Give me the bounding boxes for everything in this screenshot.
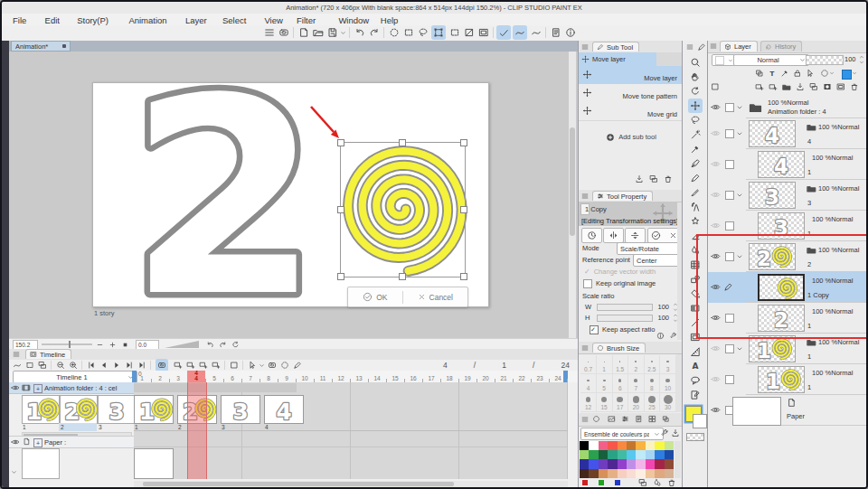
layer-action-4-icon[interactable] (809, 82, 818, 91)
canvas-vscroll-thumb[interactable] (570, 127, 575, 236)
cs-dropper-icon[interactable] (653, 478, 662, 487)
menu-item-animation[interactable]: Animation (128, 15, 166, 25)
animation-track-header[interactable]: +Animation folder : 4 : cel (9, 382, 134, 394)
swatch[interactable] (665, 459, 674, 468)
swatch[interactable] (599, 441, 608, 450)
swatch[interactable] (580, 469, 589, 478)
paper-layer-icon[interactable] (787, 398, 797, 408)
brush-size-cell[interactable]: 12 (580, 393, 597, 412)
brush-size-cell[interactable]: 4 (580, 374, 597, 393)
layer-visibility-icon[interactable] (711, 343, 721, 353)
zoom-slider-thumb[interactable] (69, 341, 71, 348)
ok-button[interactable]: OK (348, 287, 402, 306)
tool-hand-icon[interactable] (690, 71, 701, 82)
blend-mode-dropdown[interactable]: Normal (733, 54, 809, 66)
layer-checkbox[interactable] (725, 103, 734, 112)
paper-eye-icon[interactable] (11, 437, 20, 447)
tp-slider[interactable] (597, 315, 653, 322)
track-expand-box[interactable]: + (33, 384, 42, 393)
tp-flipv-button[interactable] (625, 228, 646, 243)
panel-menu-icon[interactable] (581, 344, 589, 352)
layer-expand-icon[interactable] (736, 345, 743, 353)
zoom-reset-button[interactable] (121, 341, 129, 349)
transform-handle[interactable] (337, 273, 344, 280)
cs-menu-icon[interactable] (581, 416, 589, 423)
swatch[interactable] (589, 459, 598, 468)
swatch[interactable] (665, 450, 674, 459)
panel-tab[interactable]: Sub Tool (592, 42, 639, 52)
brush-size-cell[interactable]: 7 (628, 374, 645, 393)
toolbar-curve-icon[interactable] (531, 27, 542, 38)
toolbar-shade-icon[interactable] (464, 27, 475, 38)
ruler-current-frame[interactable]: 44 (187, 371, 205, 382)
brush-size-cell[interactable]: 15 (597, 393, 613, 412)
marker-swatch[interactable] (582, 480, 588, 485)
transparent-color-swatch[interactable] (686, 433, 704, 441)
timeline-cel-thumb[interactable]: 4 (264, 395, 304, 424)
layer-clipt-icon[interactable] (755, 69, 764, 78)
cs-import-icon[interactable] (671, 428, 680, 437)
cs-sliderst-icon[interactable] (621, 415, 629, 423)
swatch-scrollbar[interactable] (675, 441, 681, 478)
toolbar-curve-icon[interactable] (514, 27, 525, 38)
swatch[interactable] (636, 450, 645, 459)
toolbar-framet-icon[interactable] (478, 27, 489, 38)
header-cel-thumb[interactable]: 3 (98, 395, 136, 424)
tl-rectsel-icon[interactable] (25, 361, 34, 370)
layer-row[interactable]: 100 %NormalAnimation folder : 4 (708, 97, 866, 118)
layer-lockt-icon[interactable] (793, 69, 802, 78)
tool-pencil-icon[interactable] (690, 173, 701, 183)
brush-size-cell[interactable]: 20 (628, 393, 645, 412)
delete-sub-tool-icon[interactable] (664, 174, 673, 183)
toolbar-save-icon[interactable] (327, 27, 338, 38)
toolbar-pagei-icon[interactable] (551, 27, 561, 38)
paper-icon[interactable] (23, 437, 31, 446)
layer-action-6-icon[interactable] (836, 82, 845, 91)
zoom-slider[interactable] (42, 343, 92, 345)
tl-curve-icon[interactable] (13, 361, 22, 370)
opacity-stepper[interactable] (858, 53, 865, 65)
tl-skipstart-icon[interactable] (87, 361, 96, 370)
tool-menu-icon[interactable] (686, 43, 693, 51)
toolbar-docnew-icon[interactable] (298, 27, 309, 38)
brush-size-cell[interactable]: 2.5 (644, 355, 660, 374)
mode-dropdown[interactable]: Scale/Rotate (617, 242, 683, 255)
tool-brush-icon[interactable] (690, 187, 701, 198)
layer-checkbox[interactable] (725, 160, 734, 169)
tool-rotatecv-icon[interactable] (690, 86, 701, 97)
toolbar-openf-icon[interactable] (313, 27, 324, 38)
color-set-dropdown[interactable]: Ensemble de couleurs par défaut (580, 428, 664, 440)
swatch[interactable] (618, 441, 627, 450)
tool-airbr-icon[interactable] (690, 202, 701, 212)
toolbar-info-icon[interactable] (565, 27, 576, 38)
track-film-icon[interactable] (22, 383, 31, 392)
transform-handle[interactable] (460, 206, 467, 213)
cs-copy-icon[interactable] (638, 478, 647, 487)
brush-size-cell[interactable]: 1.5 (612, 355, 628, 374)
tool-text-icon[interactable]: A (690, 361, 701, 371)
menu-item-file[interactable]: File (13, 15, 26, 25)
tl-celdup-icon[interactable] (38, 361, 47, 370)
layer-menu-icon[interactable] (710, 42, 717, 50)
swatch[interactable] (608, 469, 617, 478)
toolbar-rectsel-icon[interactable] (449, 27, 460, 38)
timeline-cel-thumb[interactable]: 3 (221, 395, 260, 424)
brush-size-cell[interactable]: 8 (644, 374, 660, 393)
panel-menu-icon[interactable] (581, 193, 589, 200)
toolbar-rectsel-icon[interactable] (403, 27, 414, 38)
tool-current-icon[interactable] (697, 42, 706, 52)
swatch[interactable] (665, 469, 674, 478)
layer-checkbox[interactable] (725, 221, 734, 230)
tab-layer[interactable]: Layer (720, 41, 758, 52)
menu-item-storyp[interactable]: Story(P) (77, 15, 108, 25)
tool-pen-icon[interactable] (690, 158, 701, 169)
rotate-reset-button[interactable] (231, 341, 240, 349)
toolbar-burger-icon[interactable] (264, 27, 275, 38)
layer-action-7-icon[interactable] (850, 82, 859, 91)
cs-imgt-icon[interactable] (608, 415, 616, 423)
swatch[interactable] (618, 469, 627, 478)
brush-size-cell[interactable]: 30 (660, 393, 676, 412)
swatch[interactable] (646, 450, 655, 459)
layer-folder-icon[interactable] (807, 122, 816, 132)
brush-size-cell[interactable]: 25 (644, 393, 660, 412)
